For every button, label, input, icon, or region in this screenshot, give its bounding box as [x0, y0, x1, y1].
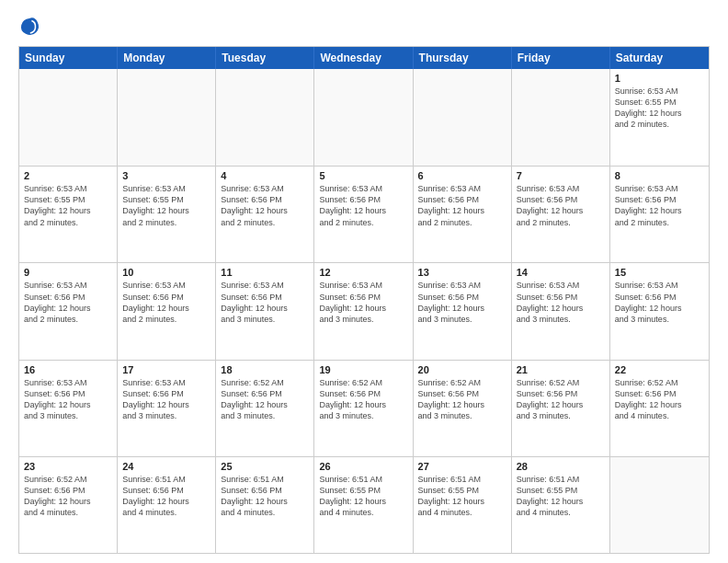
day-number: 19: [319, 364, 407, 375]
day-info: Sunrise: 6:53 AM Sunset: 6:56 PM Dayligh…: [418, 280, 506, 325]
day-number: 23: [24, 461, 112, 472]
calendar-cell-7: 7Sunrise: 6:53 AM Sunset: 6:56 PM Daylig…: [512, 167, 610, 262]
day-info: Sunrise: 6:53 AM Sunset: 6:56 PM Dayligh…: [517, 183, 605, 228]
day-info: Sunrise: 6:53 AM Sunset: 6:56 PM Dayligh…: [615, 183, 704, 228]
calendar-cell-14: 14Sunrise: 6:53 AM Sunset: 6:56 PM Dayli…: [512, 263, 610, 359]
calendar-cell-empty-1: [118, 69, 216, 166]
day-number: 13: [418, 267, 506, 278]
calendar-weekday-sunday: Sunday: [19, 47, 118, 69]
calendar-cell-empty-4: [414, 69, 512, 166]
day-number: 15: [615, 267, 704, 278]
calendar-row-2: 2Sunrise: 6:53 AM Sunset: 6:55 PM Daylig…: [19, 166, 709, 262]
day-number: 4: [221, 170, 309, 181]
calendar-cell-21: 21Sunrise: 6:52 AM Sunset: 6:56 PM Dayli…: [512, 361, 610, 456]
calendar-row-5: 23Sunrise: 6:52 AM Sunset: 6:56 PM Dayli…: [19, 456, 709, 553]
day-number: 1: [615, 73, 704, 84]
calendar-cell-8: 8Sunrise: 6:53 AM Sunset: 6:56 PM Daylig…: [610, 167, 709, 262]
calendar-weekday-thursday: Thursday: [414, 47, 512, 69]
page: SundayMondayTuesdayWednesdayThursdayFrid…: [0, 0, 728, 563]
day-number: 8: [615, 170, 704, 181]
day-number: 18: [221, 364, 309, 375]
calendar-cell-20: 20Sunrise: 6:52 AM Sunset: 6:56 PM Dayli…: [414, 361, 512, 456]
day-number: 16: [24, 364, 112, 375]
logo-icon: [18, 15, 40, 37]
calendar-cell-10: 10Sunrise: 6:53 AM Sunset: 6:56 PM Dayli…: [118, 263, 216, 359]
calendar-cell-1: 1Sunrise: 6:53 AM Sunset: 6:55 PM Daylig…: [610, 69, 709, 166]
day-number: 20: [418, 364, 506, 375]
calendar-cell-4: 4Sunrise: 6:53 AM Sunset: 6:56 PM Daylig…: [216, 167, 314, 262]
calendar-cell-15: 15Sunrise: 6:53 AM Sunset: 6:56 PM Dayli…: [610, 263, 709, 359]
calendar-cell-6: 6Sunrise: 6:53 AM Sunset: 6:56 PM Daylig…: [414, 167, 512, 262]
day-number: 25: [221, 461, 309, 472]
day-info: Sunrise: 6:53 AM Sunset: 6:56 PM Dayligh…: [418, 183, 506, 228]
day-info: Sunrise: 6:53 AM Sunset: 6:56 PM Dayligh…: [24, 377, 112, 422]
day-info: Sunrise: 6:53 AM Sunset: 6:56 PM Dayligh…: [319, 280, 407, 325]
day-number: 22: [615, 364, 704, 375]
calendar-weekday-saturday: Saturday: [610, 47, 709, 69]
day-number: 9: [24, 267, 112, 278]
calendar-cell-25: 25Sunrise: 6:51 AM Sunset: 6:56 PM Dayli…: [216, 457, 314, 553]
day-info: Sunrise: 6:53 AM Sunset: 6:56 PM Dayligh…: [221, 280, 309, 325]
day-number: 28: [517, 461, 605, 472]
day-number: 26: [319, 461, 407, 472]
calendar-cell-empty-2: [216, 69, 314, 166]
calendar-cell-18: 18Sunrise: 6:52 AM Sunset: 6:56 PM Dayli…: [216, 361, 314, 456]
calendar-cell-19: 19Sunrise: 6:52 AM Sunset: 6:56 PM Dayli…: [314, 361, 413, 456]
calendar-cell-22: 22Sunrise: 6:52 AM Sunset: 6:56 PM Dayli…: [610, 361, 709, 456]
day-info: Sunrise: 6:51 AM Sunset: 6:56 PM Dayligh…: [122, 474, 210, 519]
calendar-cell-2: 2Sunrise: 6:53 AM Sunset: 6:55 PM Daylig…: [19, 167, 118, 262]
calendar-cell-empty-3: [314, 69, 413, 166]
day-number: 17: [122, 364, 210, 375]
day-info: Sunrise: 6:53 AM Sunset: 6:56 PM Dayligh…: [517, 280, 605, 325]
calendar-cell-empty-0: [19, 69, 118, 166]
day-info: Sunrise: 6:51 AM Sunset: 6:55 PM Dayligh…: [418, 474, 506, 519]
calendar-row-3: 9Sunrise: 6:53 AM Sunset: 6:56 PM Daylig…: [19, 262, 709, 359]
calendar-weekday-tuesday: Tuesday: [216, 47, 314, 69]
calendar-cell-27: 27Sunrise: 6:51 AM Sunset: 6:55 PM Dayli…: [414, 457, 512, 553]
calendar-cell-26: 26Sunrise: 6:51 AM Sunset: 6:55 PM Dayli…: [314, 457, 413, 553]
day-info: Sunrise: 6:52 AM Sunset: 6:56 PM Dayligh…: [319, 377, 407, 422]
calendar-cell-5: 5Sunrise: 6:53 AM Sunset: 6:56 PM Daylig…: [314, 167, 413, 262]
day-info: Sunrise: 6:53 AM Sunset: 6:55 PM Dayligh…: [122, 183, 210, 228]
day-number: 24: [122, 461, 210, 472]
calendar-cell-23: 23Sunrise: 6:52 AM Sunset: 6:56 PM Dayli…: [19, 457, 118, 553]
day-info: Sunrise: 6:51 AM Sunset: 6:56 PM Dayligh…: [221, 474, 309, 519]
day-info: Sunrise: 6:52 AM Sunset: 6:56 PM Dayligh…: [517, 377, 605, 422]
day-number: 27: [418, 461, 506, 472]
day-number: 10: [122, 267, 210, 278]
day-info: Sunrise: 6:53 AM Sunset: 6:56 PM Dayligh…: [319, 183, 407, 228]
calendar-cell-28: 28Sunrise: 6:51 AM Sunset: 6:55 PM Dayli…: [512, 457, 610, 553]
calendar-cell-empty-5: [512, 69, 610, 166]
calendar-header: SundayMondayTuesdayWednesdayThursdayFrid…: [19, 47, 709, 69]
day-info: Sunrise: 6:52 AM Sunset: 6:56 PM Dayligh…: [24, 474, 112, 519]
calendar-cell-24: 24Sunrise: 6:51 AM Sunset: 6:56 PM Dayli…: [118, 457, 216, 553]
header: [18, 15, 710, 37]
calendar-cell-9: 9Sunrise: 6:53 AM Sunset: 6:56 PM Daylig…: [19, 263, 118, 359]
calendar-weekday-friday: Friday: [512, 47, 610, 69]
calendar-cell-16: 16Sunrise: 6:53 AM Sunset: 6:56 PM Dayli…: [19, 361, 118, 456]
calendar-cell-13: 13Sunrise: 6:53 AM Sunset: 6:56 PM Dayli…: [414, 263, 512, 359]
day-number: 14: [517, 267, 605, 278]
day-number: 6: [418, 170, 506, 181]
calendar-cell-11: 11Sunrise: 6:53 AM Sunset: 6:56 PM Dayli…: [216, 263, 314, 359]
calendar-weekday-wednesday: Wednesday: [314, 47, 413, 69]
calendar-row-4: 16Sunrise: 6:53 AM Sunset: 6:56 PM Dayli…: [19, 360, 709, 456]
day-info: Sunrise: 6:51 AM Sunset: 6:55 PM Dayligh…: [517, 474, 605, 519]
day-info: Sunrise: 6:52 AM Sunset: 6:56 PM Dayligh…: [418, 377, 506, 422]
day-number: 5: [319, 170, 407, 181]
day-info: Sunrise: 6:51 AM Sunset: 6:55 PM Dayligh…: [319, 474, 407, 519]
day-info: Sunrise: 6:53 AM Sunset: 6:56 PM Dayligh…: [615, 280, 704, 325]
day-number: 12: [319, 267, 407, 278]
calendar-cell-12: 12Sunrise: 6:53 AM Sunset: 6:56 PM Dayli…: [314, 263, 413, 359]
day-number: 3: [122, 170, 210, 181]
calendar-body: 1Sunrise: 6:53 AM Sunset: 6:55 PM Daylig…: [19, 69, 709, 553]
calendar-cell-empty-6: [610, 457, 709, 553]
day-info: Sunrise: 6:53 AM Sunset: 6:56 PM Dayligh…: [24, 280, 112, 325]
day-number: 7: [517, 170, 605, 181]
day-info: Sunrise: 6:52 AM Sunset: 6:56 PM Dayligh…: [615, 377, 704, 422]
day-number: 11: [221, 267, 309, 278]
calendar-cell-3: 3Sunrise: 6:53 AM Sunset: 6:55 PM Daylig…: [118, 167, 216, 262]
day-number: 21: [517, 364, 605, 375]
day-info: Sunrise: 6:53 AM Sunset: 6:56 PM Dayligh…: [122, 280, 210, 325]
logo: [18, 15, 44, 37]
